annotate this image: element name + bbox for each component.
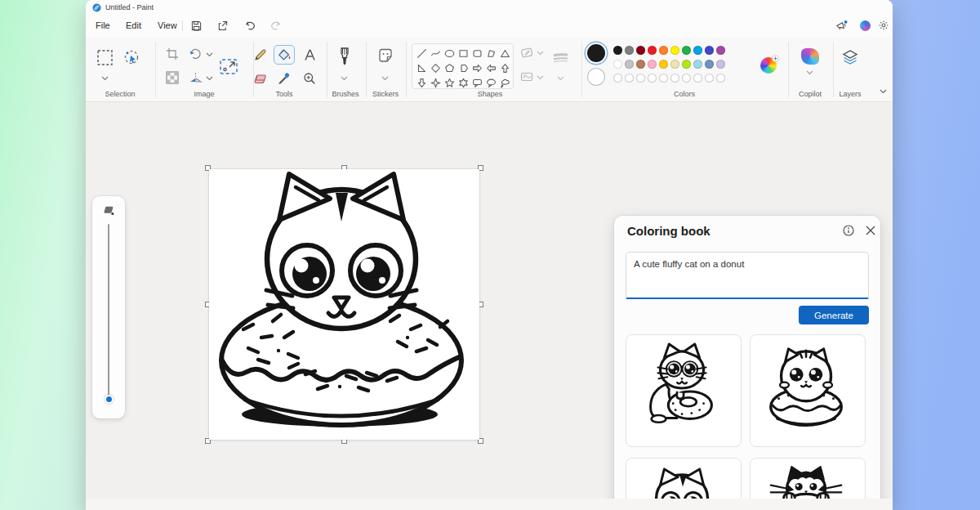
shape-callout-cloud-icon[interactable]	[498, 75, 512, 89]
rotate-icon[interactable]	[189, 47, 203, 64]
eraser-tool[interactable]	[249, 69, 270, 88]
color-swatch-empty-1[interactable]	[625, 74, 634, 83]
color-swatch-99d9ea[interactable]	[693, 60, 702, 69]
rectangle-select-icon[interactable]	[96, 49, 114, 69]
color-swatch-empty-9[interactable]	[716, 74, 725, 83]
color-swatch-3f48cc[interactable]	[705, 46, 714, 55]
menu-file[interactable]: File	[92, 20, 114, 31]
color-swatch-ffc90e[interactable]	[659, 60, 668, 69]
smart-select-icon[interactable]	[123, 49, 140, 69]
shape-rectangle-icon[interactable]	[457, 46, 470, 60]
fill-dropdown-chevron-icon[interactable]	[537, 75, 544, 80]
copilot-dropdown-chevron-icon[interactable]	[806, 70, 813, 75]
color-swatch-c8bfe7[interactable]	[716, 60, 725, 69]
save-icon[interactable]	[189, 19, 203, 32]
outline-dropdown-chevron-icon[interactable]	[537, 51, 544, 56]
shape-arrow-up-icon[interactable]	[498, 60, 512, 75]
color-swatch-7f7f7f[interactable]	[625, 46, 634, 55]
shape-pentagon-icon[interactable]	[443, 60, 457, 75]
size-slider-track[interactable]	[108, 224, 109, 397]
resize-image-icon[interactable]	[219, 56, 238, 79]
magnifier-tool[interactable]	[299, 69, 320, 88]
flip-icon[interactable]	[189, 72, 203, 87]
color-swatch-ed1c24[interactable]	[648, 46, 657, 55]
share-icon[interactable]	[216, 19, 229, 32]
color-swatch-b97a57[interactable]	[636, 60, 645, 69]
undo-icon[interactable]	[244, 19, 257, 32]
copilot-sphere-icon[interactable]	[858, 19, 871, 32]
generate-button[interactable]: Generate	[799, 306, 869, 324]
color-swatch-1b1b1b[interactable]	[613, 46, 622, 55]
color-swatch-fff200[interactable]	[670, 46, 679, 55]
color-swatch-empty-3[interactable]	[648, 74, 657, 83]
stickers-dropdown-chevron-icon[interactable]	[381, 76, 389, 81]
color-swatch-ffffff[interactable]	[613, 60, 622, 69]
shape-callout-rounded-icon[interactable]	[470, 75, 484, 89]
remove-background-icon[interactable]	[166, 71, 179, 87]
pencil-tool[interactable]	[249, 45, 270, 65]
layers-icon[interactable]	[841, 49, 859, 70]
crop-icon[interactable]	[166, 47, 179, 64]
shape-arrow-right-icon[interactable]	[470, 60, 484, 75]
shape-triangle-icon[interactable]	[498, 46, 512, 60]
color-swatch-empty-5[interactable]	[670, 74, 679, 83]
copilot-logo-icon[interactable]	[801, 48, 819, 65]
color-swatch-ffaec9[interactable]	[648, 60, 657, 69]
color-swatch-empty-2[interactable]	[636, 74, 645, 83]
color-swatch-00a2e8[interactable]	[693, 46, 702, 55]
info-icon[interactable]	[843, 225, 854, 236]
shape-callout-oval-icon[interactable]	[484, 75, 498, 89]
stroke-dropdown-chevron-icon[interactable]	[557, 76, 564, 81]
shape-polygon-icon[interactable]	[484, 46, 498, 60]
color-swatch-ff7f27[interactable]	[659, 46, 668, 55]
shape-right-triangle-icon[interactable]	[415, 60, 429, 75]
color-swatch-a349a4[interactable]	[716, 46, 725, 55]
rotate-dropdown-chevron-icon[interactable]	[206, 52, 213, 57]
color-swatch-empty-8[interactable]	[705, 74, 714, 83]
select-dropdown-chevron-icon[interactable]	[101, 76, 109, 81]
shape-arrow-down-icon[interactable]	[415, 75, 429, 89]
primary-color-swatch[interactable]	[587, 44, 605, 62]
color-swatch-empty-7[interactable]	[693, 74, 702, 83]
color-swatch-efe4b0[interactable]	[670, 60, 679, 69]
size-slider-thumb[interactable]	[105, 395, 114, 404]
text-tool[interactable]	[299, 45, 320, 65]
menu-edit[interactable]: Edit	[122, 20, 145, 31]
shape-fill-icon[interactable]	[520, 71, 534, 86]
color-picker-tool[interactable]	[274, 69, 295, 88]
shape-line-icon[interactable]	[415, 46, 429, 60]
shape-rounded-rectangle-icon[interactable]	[470, 46, 484, 60]
shape-star-five-icon[interactable]	[443, 75, 457, 89]
redo-icon[interactable]	[269, 19, 282, 32]
shape-hexagon-icon[interactable]	[457, 60, 470, 75]
settings-gear-icon[interactable]	[877, 19, 890, 32]
color-swatch-empty-0[interactable]	[613, 74, 622, 83]
shape-curve-icon[interactable]	[429, 46, 443, 60]
color-swatch-b5e61d[interactable]	[682, 60, 691, 69]
shape-diamond-icon[interactable]	[429, 60, 443, 75]
thumbnail-cat-hugging-donut[interactable]	[626, 334, 742, 447]
shape-star-four-icon[interactable]	[429, 75, 443, 89]
fill-tool-selected[interactable]	[274, 45, 295, 65]
paint-canvas[interactable]	[209, 169, 479, 440]
shape-arrow-left-icon[interactable]	[484, 60, 498, 75]
menu-view[interactable]: View	[154, 20, 180, 31]
color-swatch-empty-6[interactable]	[682, 74, 691, 83]
stickers-icon[interactable]	[377, 47, 394, 67]
shape-oval-icon[interactable]	[443, 46, 457, 60]
thumbnail-round-cat-on-donut[interactable]	[750, 334, 866, 447]
color-swatch-880015[interactable]	[636, 46, 645, 55]
color-swatch-7092be[interactable]	[705, 60, 714, 69]
brushes-icon[interactable]	[337, 47, 352, 69]
announcement-icon[interactable]	[835, 19, 848, 32]
color-swatch-empty-4[interactable]	[659, 74, 668, 83]
prompt-input[interactable]: A cute fluffy cat on a donut	[626, 252, 869, 299]
color-swatch-c3c3c3[interactable]	[625, 60, 634, 69]
panel-close-icon[interactable]	[866, 226, 875, 235]
secondary-color-swatch[interactable]	[587, 68, 605, 86]
color-swatch-22b14c[interactable]	[682, 46, 691, 55]
brushes-dropdown-chevron-icon[interactable]	[341, 76, 348, 81]
flip-dropdown-chevron-icon[interactable]	[206, 76, 213, 81]
shape-star-six-icon[interactable]	[457, 75, 470, 89]
ribbon-collapse-chevron-icon[interactable]	[880, 89, 887, 94]
